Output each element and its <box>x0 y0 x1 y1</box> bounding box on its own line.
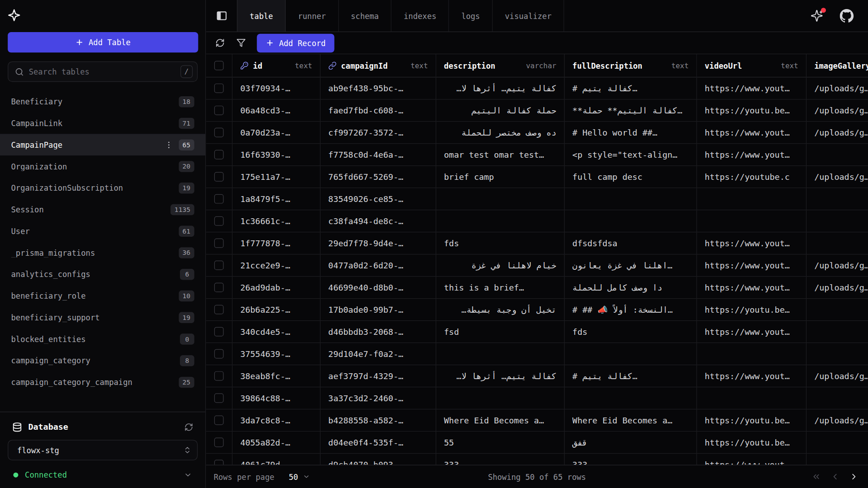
cell-fullDescription[interactable] <box>565 210 697 232</box>
app-logo-icon[interactable] <box>8 9 20 21</box>
cell-campaignId[interactable]: c38fa494-de8c-… <box>321 210 436 232</box>
column-header-fullDescription[interactable]: fullDescriptiontext <box>565 54 697 77</box>
cell-description[interactable]: Where Eid Becomes a… <box>436 409 565 432</box>
sidebar-table-blocked_entities[interactable]: blocked_entities0 <box>0 328 205 350</box>
cell-imageGallery[interactable]: /uploads/g… <box>807 166 868 188</box>
cell-id[interactable]: 26ad9dab-… <box>232 277 321 299</box>
cell-fullDescription[interactable]: # كفالة يتيم… <box>565 365 697 387</box>
cell-imageGallery[interactable]: /uploads/g… <box>807 277 868 299</box>
row-checkbox[interactable] <box>214 371 224 381</box>
cell-id[interactable]: 21cce2e9-… <box>232 254 321 277</box>
cell-videoUrl[interactable]: https://www.yout… <box>697 277 807 299</box>
cell-videoUrl[interactable]: https://www.yout… <box>697 122 807 144</box>
cell-fullDescription[interactable]: **كفالة اليتيم** حملة… <box>565 99 697 122</box>
table-menu-icon[interactable] <box>164 140 173 149</box>
cell-imageGallery[interactable] <box>807 343 868 365</box>
cell-description[interactable] <box>436 210 565 232</box>
cell-videoUrl[interactable]: https://www.yout… <box>697 454 807 465</box>
tab-schema[interactable]: schema <box>339 0 392 32</box>
cell-description[interactable]: brief camp <box>436 166 565 188</box>
cell-description[interactable]: كفالة يتيم… أثرها لا… <box>436 365 565 387</box>
tab-table[interactable]: table <box>237 0 286 32</box>
cell-fullDescription[interactable]: full camp desc <box>565 166 697 188</box>
cell-id[interactable]: 39864c88-… <box>232 387 321 409</box>
cell-id[interactable]: 03f70934-… <box>232 77 321 99</box>
row-checkbox[interactable] <box>214 239 224 248</box>
sidebar-table-campaign_category[interactable]: campaign_category8 <box>0 350 205 371</box>
connection-status[interactable]: Connected <box>8 460 198 479</box>
cell-videoUrl[interactable]: https://www.yout… <box>697 77 807 99</box>
cell-description[interactable]: حملة كفالة اليتيم <box>436 99 565 122</box>
github-button[interactable] <box>840 9 854 23</box>
cell-fullDescription[interactable]: اهلنا في غزة يعانون… <box>565 254 697 277</box>
cell-description[interactable]: ده وصف مختصر للحملة <box>436 122 565 144</box>
cell-description[interactable]: omar test omar test… <box>436 144 565 166</box>
cell-videoUrl[interactable]: https://www.yout… <box>697 321 807 343</box>
cell-description[interactable]: خيام لاهلنا في غزة <box>436 254 565 277</box>
row-checkbox[interactable] <box>214 194 224 204</box>
filter-button[interactable] <box>232 35 249 52</box>
column-header-description[interactable]: descriptionvarchar <box>436 54 565 77</box>
cell-imageGallery[interactable] <box>807 432 868 454</box>
cell-campaignId[interactable]: 17b0ade0-99b7-… <box>321 299 436 321</box>
cell-imageGallery[interactable] <box>807 454 868 465</box>
row-checkbox[interactable] <box>214 416 224 425</box>
cell-fullDescription[interactable] <box>565 343 697 365</box>
cell-campaignId[interactable]: d9cb4070-b093-… <box>321 454 436 465</box>
sidebar-toggle-button[interactable] <box>206 0 237 32</box>
row-checkbox[interactable] <box>214 305 224 314</box>
cell-fullDescription[interactable]: 333 <box>565 454 697 465</box>
sidebar-table-beneficiary_role[interactable]: beneficiary_role10 <box>0 285 205 307</box>
cell-imageGallery[interactable] <box>807 144 868 166</box>
row-checkbox[interactable] <box>214 261 224 270</box>
cell-campaignId[interactable]: aef3797d-4329-… <box>321 365 436 387</box>
first-page-button[interactable] <box>808 469 824 484</box>
row-checkbox[interactable] <box>214 283 224 292</box>
cell-videoUrl[interactable]: https://youtu.be… <box>697 432 807 454</box>
cell-campaignId[interactable]: 765fd667-5269-… <box>321 166 436 188</box>
cell-campaignId[interactable]: 3a37c3d2-2460-… <box>321 387 436 409</box>
tab-indexes[interactable]: indexes <box>392 0 449 32</box>
cell-description[interactable]: fds <box>436 232 565 254</box>
cell-id[interactable]: 38eab8fc-… <box>232 365 321 387</box>
sidebar-table-CampainLink[interactable]: CampainLink71 <box>0 113 205 134</box>
cell-fullDescription[interactable]: Where Eid Becomes a… <box>565 409 697 432</box>
add-table-button[interactable]: Add Table <box>8 32 198 52</box>
sidebar-table-User[interactable]: User61 <box>0 220 205 242</box>
refresh-database-icon[interactable] <box>184 423 193 432</box>
cell-imageGallery[interactable] <box>807 188 868 210</box>
cell-imageGallery[interactable] <box>807 321 868 343</box>
cell-description[interactable]: 55 <box>436 432 565 454</box>
cell-imageGallery[interactable]: /uploads/g… <box>807 409 868 432</box>
cell-fullDescription[interactable] <box>565 387 697 409</box>
row-checkbox[interactable] <box>214 460 224 465</box>
cell-campaignId[interactable]: b4288558-a582-… <box>321 409 436 432</box>
cell-description[interactable]: تخيل أن وجبة بسيطة… <box>436 299 565 321</box>
cell-imageGallery[interactable] <box>807 210 868 232</box>
tab-logs[interactable]: logs <box>449 0 492 32</box>
sidebar-table-campaign_category_campaign[interactable]: campaign_category_campaign25 <box>0 371 205 393</box>
cell-videoUrl[interactable] <box>697 343 807 365</box>
cell-videoUrl[interactable]: https://youtu.be… <box>697 409 807 432</box>
add-record-button[interactable]: Add Record <box>257 33 335 52</box>
row-checkbox[interactable] <box>214 394 224 403</box>
row-checkbox[interactable] <box>214 150 224 160</box>
cell-campaignId[interactable]: 0477a0d2-6d20-… <box>321 254 436 277</box>
cell-imageGallery[interactable]: /uploads/g… <box>807 122 868 144</box>
cell-fullDescription[interactable]: fds <box>565 321 697 343</box>
row-checkbox[interactable] <box>214 216 224 226</box>
cell-fullDescription[interactable]: # Hello world ##… <box>565 122 697 144</box>
ai-assistant-button[interactable] <box>811 9 823 22</box>
cell-id[interactable]: 175e11a7-… <box>232 166 321 188</box>
row-checkbox[interactable] <box>214 438 224 447</box>
cell-description[interactable] <box>436 343 565 365</box>
column-header-campaignId[interactable]: campaignIdtext <box>321 54 436 77</box>
sidebar-table-OrganizationSubscription[interactable]: OrganizationSubscription19 <box>0 177 205 199</box>
cell-id[interactable]: 0a70d23a-… <box>232 122 321 144</box>
cell-videoUrl[interactable]: https://youtu.be… <box>697 299 807 321</box>
row-checkbox[interactable] <box>214 84 224 93</box>
cell-id[interactable]: 4055a82d-… <box>232 432 321 454</box>
cell-imageGallery[interactable]: /uploads/g… <box>807 99 868 122</box>
next-page-button[interactable] <box>846 469 861 484</box>
cell-campaignId[interactable]: faed7fbd-c608-… <box>321 99 436 122</box>
